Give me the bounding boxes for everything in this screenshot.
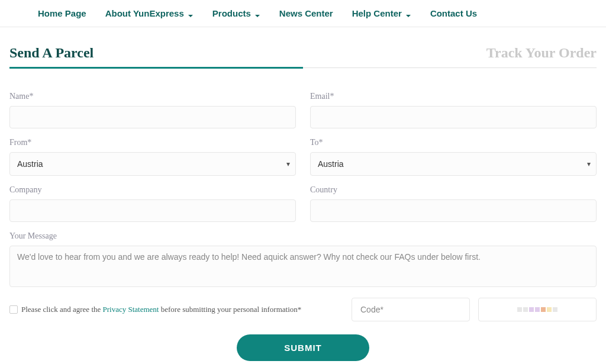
form-tabs: Send A Parcel Track Your Order	[9, 45, 597, 68]
chevron-down-icon	[405, 11, 411, 17]
country-label: Country	[310, 185, 597, 195]
nav-news-label: News Center	[279, 8, 333, 18]
from-select[interactable]: Austria	[9, 152, 296, 176]
tab-send-parcel[interactable]: Send A Parcel	[9, 45, 303, 69]
email-input[interactable]	[310, 106, 597, 128]
chevron-down-icon	[254, 11, 260, 17]
consent-pre: Please click and agree the	[21, 305, 103, 314]
chevron-down-icon	[188, 11, 194, 17]
nav-help[interactable]: Help Center	[352, 8, 411, 18]
code-input[interactable]	[352, 298, 470, 321]
form-footer: Please click and agree the Privacy State…	[9, 298, 597, 321]
nav-about-label: About YunExpress	[105, 8, 184, 18]
nav-home[interactable]: Home Page	[38, 8, 86, 18]
from-label: From*	[9, 138, 296, 147]
company-label: Company	[9, 185, 296, 195]
consent-post: before submitting your personal informat…	[159, 305, 301, 314]
company-input[interactable]	[9, 199, 296, 222]
nav-news[interactable]: News Center	[279, 8, 333, 18]
privacy-link[interactable]: Privacy Statement	[103, 305, 159, 314]
nav-home-label: Home Page	[38, 8, 86, 18]
name-input[interactable]	[9, 106, 296, 128]
message-label: Your Message	[9, 231, 597, 241]
consent-text: Please click and agree the Privacy State…	[21, 305, 301, 314]
main-nav: Home Page About YunExpress Products News…	[0, 0, 606, 27]
tab-track-order[interactable]: Track Your Order	[303, 45, 597, 67]
consent-checkbox[interactable]	[9, 305, 18, 314]
submit-button[interactable]: SUBMIT	[237, 334, 369, 361]
name-label: Name*	[9, 92, 296, 101]
email-label: Email*	[310, 92, 597, 101]
country-input[interactable]	[310, 199, 597, 222]
to-select[interactable]: Austria	[310, 152, 597, 176]
nav-products-label: Products	[212, 8, 251, 18]
captcha-image	[478, 298, 597, 321]
nav-contact-label: Contact Us	[430, 8, 477, 18]
parcel-form: Name* Email* From* Austria ▾ To* Austria…	[9, 92, 597, 287]
nav-products[interactable]: Products	[212, 8, 260, 18]
to-label: To*	[310, 138, 597, 147]
nav-contact[interactable]: Contact Us	[430, 8, 477, 18]
nav-help-label: Help Center	[352, 8, 402, 18]
message-textarea[interactable]: We'd love to hear from you and we are al…	[9, 246, 597, 287]
nav-about[interactable]: About YunExpress	[105, 8, 194, 18]
consent-row: Please click and agree the Privacy State…	[9, 305, 343, 314]
